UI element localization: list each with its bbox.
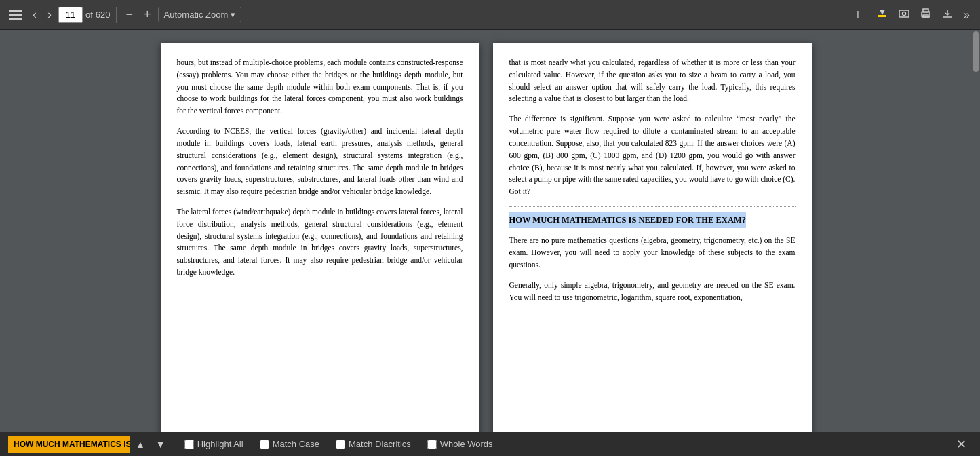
print-button[interactable] [916,5,936,25]
search-bar: HOW MUCH MATHEMATICS IS NEEDE ▲ ▼ Highli… [0,432,980,456]
svg-point-6 [903,12,906,15]
svg-rect-2 [9,18,22,20]
left-para-3: The lateral forces (wind/earthquake) dep… [177,206,463,279]
page-total: 620 [96,10,111,20]
section-title: HOW MUCH MATHEMATICS IS NEEDED FOR THE E… [509,212,746,228]
match-case-option[interactable]: Match Case [252,439,328,449]
match-case-label: Match Case [273,439,319,449]
whole-words-option[interactable]: Whole Words [419,439,501,449]
page-separator: of [85,10,93,20]
zoom-chevron-icon: ▾ [231,10,235,20]
zoom-selector[interactable]: Automatic Zoom ▾ [158,7,242,22]
sidebar-toggle-button[interactable] [5,7,26,22]
scrollbar-thumb[interactable] [973,31,979,72]
toolbar: ‹ › of 620 − + Automatic Zoom ▾ I [0,0,980,30]
next-page-button[interactable]: › [43,5,56,24]
pdf-viewer: hours, but instead of multiple-choice pr… [0,30,972,432]
match-diacritics-option[interactable]: Match Diacritics [328,439,419,449]
match-diacritics-label: Match Diacritics [349,439,411,449]
search-result-text: HOW MUCH MATHEMATICS IS NEEDE [8,436,130,453]
svg-rect-5 [899,10,909,17]
zoom-in-button[interactable]: + [140,5,155,24]
svg-rect-4 [878,15,886,17]
svg-text:I: I [857,9,859,20]
svg-rect-8 [923,9,928,12]
cursor-tool-button[interactable]: I [850,4,871,26]
toolbar-separator-1 [116,7,117,23]
more-tools-button[interactable]: » [959,5,975,24]
highlight-all-checkbox[interactable] [184,440,194,449]
scrollbar[interactable] [972,30,980,432]
right-para-2: The difference is significant. Suppose y… [509,113,796,198]
whole-words-checkbox[interactable] [427,440,437,449]
pdf-page-right: that is most nearly what you calculated,… [493,43,812,432]
right-para-3: There are no pure mathematics questions … [509,235,796,271]
toolbar-right: I » [850,4,975,26]
pdf-page-left: hours, but instead of multiple-choice pr… [161,43,479,432]
search-close-button[interactable]: ✕ [951,434,972,455]
download-button[interactable] [937,5,958,25]
right-intro: that is most nearly what you calculated,… [509,57,796,105]
section-divider [509,206,796,207]
main-area: hours, but instead of multiple-choice pr… [0,30,980,432]
left-para-1: hours, but instead of multiple-choice pr… [177,57,463,117]
svg-rect-1 [9,14,22,16]
search-prev-button[interactable]: ▲ [130,436,151,453]
match-diacritics-checkbox[interactable] [336,440,345,449]
right-para-4: Generally, only simple algebra, trigonom… [509,280,796,304]
search-options: Highlight All Match Case Match Diacritic… [176,439,501,449]
zoom-label: Automatic Zoom [164,10,229,20]
svg-rect-0 [9,10,22,12]
page-number-input[interactable] [58,7,83,23]
highlight-all-label: Highlight All [197,439,243,449]
svg-rect-9 [923,15,928,17]
highlight-all-option[interactable]: Highlight All [176,439,252,449]
prev-page-button[interactable]: ‹ [28,5,41,24]
match-case-checkbox[interactable] [260,440,269,449]
highlight-tool-button[interactable] [872,5,893,25]
left-para-2: According to NCEES, the vertical forces … [177,126,463,198]
zoom-out-button[interactable]: − [122,5,138,24]
search-next-button[interactable]: ▼ [151,436,171,453]
snapshot-button[interactable] [894,5,914,25]
whole-words-label: Whole Words [440,439,493,449]
page-input-group: of 620 [58,7,111,23]
